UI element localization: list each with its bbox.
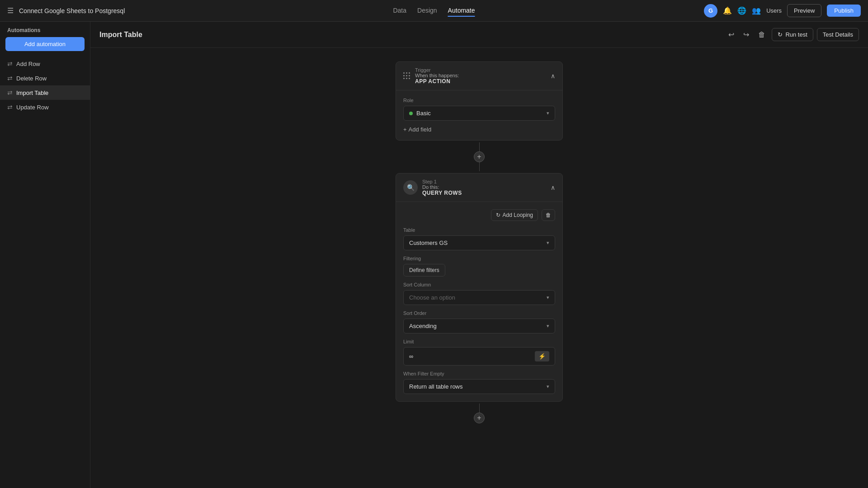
import-table-icon: ⇄ (7, 89, 13, 96)
tab-automate[interactable]: Automate (448, 5, 475, 17)
table-field-label: Table (403, 227, 555, 233)
trigger-card-body: Role Basic ▾ + Add field (396, 90, 562, 140)
sidebar-item-import-table[interactable]: ⇄ Import Table (0, 85, 90, 100)
tab-data[interactable]: Data (393, 5, 406, 17)
sidebar-item-delete-row[interactable]: ⇄ Delete Row (0, 71, 90, 85)
sort-order-chevron-icon: ▾ (547, 323, 549, 329)
delete-row-icon: ⇄ (7, 75, 13, 82)
limit-bolt-button[interactable]: ⚡ (535, 351, 549, 361)
sidebar-item-label: Update Row (16, 104, 49, 111)
filtering-field-label: Filtering (403, 256, 555, 261)
step1-card: 🔍 Step 1 Do this: QUERY ROWS ∧ ↻ Add Lo (396, 173, 563, 402)
sidebar-item-label: Delete Row (16, 75, 47, 82)
trigger-label: Trigger (415, 67, 459, 73)
nav-right: G 🔔 🌐 👥 Users Preview Publish (704, 4, 861, 18)
update-row-icon: ⇄ (7, 103, 13, 111)
role-select[interactable]: Basic ▾ (403, 106, 555, 121)
trigger-card: Trigger When this happens: APP ACTION ∧ … (396, 61, 563, 141)
delete-step-button[interactable]: 🗑 (542, 209, 555, 221)
users-label: Users (766, 7, 782, 14)
trigger-header-text: Trigger When this happens: APP ACTION (415, 67, 459, 84)
top-nav: ☰ Connect Google Sheets to Postgresql Da… (0, 0, 868, 22)
avatar: G (704, 4, 717, 18)
step1-sublabel: Do this: (422, 184, 462, 190)
add-automation-button[interactable]: Add automation (5, 37, 85, 51)
limit-value: ∞ (409, 353, 413, 360)
connector-1: + (474, 142, 485, 171)
step1-card-header: 🔍 Step 1 Do this: QUERY ROWS ∧ (396, 174, 562, 202)
step1-action-label: QUERY ROWS (422, 190, 462, 196)
sort-order-field-label: Sort Order (403, 310, 555, 316)
role-value: Basic (416, 110, 431, 117)
menu-icon[interactable]: ☰ (7, 6, 14, 15)
trigger-card-header-left: Trigger When this happens: APP ACTION (403, 67, 459, 84)
sort-order-select[interactable]: Ascending ▾ (403, 319, 555, 333)
tab-design[interactable]: Design (417, 5, 437, 17)
step1-collapse-button[interactable]: ∧ (551, 184, 555, 191)
canvas-area: Trigger When this happens: APP ACTION ∧ … (90, 48, 868, 488)
globe-icon[interactable]: 🌐 (737, 6, 746, 15)
sidebar-item-label: Add Row (16, 61, 40, 67)
add-step-button-1[interactable]: + (474, 151, 485, 162)
header-actions: ↩ ↪ 🗑 ↻ Run test Test Details (726, 28, 859, 41)
table-select[interactable]: Customers GS ▾ (403, 235, 555, 250)
main-layout: Automations Add automation ⇄ Add Row ⇄ D… (0, 22, 868, 488)
limit-field-label: Limit (403, 339, 555, 344)
when-filter-empty-select[interactable]: Return all table rows ▾ (403, 379, 555, 394)
publish-button[interactable]: Publish (827, 5, 861, 17)
test-details-button[interactable]: Test Details (817, 28, 859, 41)
app-title: Connect Google Sheets to Postgresql (19, 7, 704, 14)
sort-column-placeholder: Choose an option (409, 294, 455, 301)
drag-handle-icon (403, 72, 410, 80)
content-area: Import Table ↩ ↪ 🗑 ↻ Run test Test Detai… (90, 22, 868, 488)
users-icon[interactable]: 👥 (752, 6, 761, 15)
sort-column-field-label: Sort Column (403, 282, 555, 287)
add-field-plus-icon: + (403, 126, 407, 133)
connector-line-2 (479, 162, 480, 171)
undo-button[interactable]: ↩ (726, 28, 737, 41)
when-filter-empty-value: Return all table rows (409, 383, 463, 390)
step1-card-body: ↻ Add Looping 🗑 Table Customers GS ▾ Fil… (396, 202, 562, 401)
step1-search-icon: 🔍 (403, 180, 418, 195)
step1-label: Step 1 (422, 179, 462, 184)
sort-order-value: Ascending (409, 323, 437, 329)
sidebar-item-add-row[interactable]: ⇄ Add Row (0, 56, 90, 71)
limit-field[interactable]: ∞ ⚡ (403, 347, 555, 366)
delete-button[interactable]: 🗑 (755, 29, 768, 41)
trigger-action-label: APP ACTION (415, 78, 459, 84)
redo-button[interactable]: ↪ (741, 28, 752, 41)
when-filter-empty-chevron-icon: ▾ (547, 384, 549, 389)
trigger-sublabel: When this happens: (415, 73, 459, 78)
trigger-card-header: Trigger When this happens: APP ACTION ∧ (396, 62, 562, 90)
looping-icon: ↻ (496, 212, 500, 218)
add-field-button[interactable]: + Add field (403, 126, 431, 133)
notifications-icon[interactable]: 🔔 (723, 6, 732, 15)
role-field-label: Role (403, 98, 555, 103)
sort-column-select[interactable]: Choose an option ▾ (403, 290, 555, 305)
trigger-collapse-button[interactable]: ∧ (551, 72, 555, 80)
step1-actions: ↻ Add Looping 🗑 (403, 209, 555, 221)
table-chevron-icon: ▾ (547, 240, 549, 246)
run-test-icon: ↻ (778, 31, 783, 38)
add-looping-button[interactable]: ↻ Add Looping (491, 209, 538, 221)
content-header: Import Table ↩ ↪ 🗑 ↻ Run test Test Detai… (90, 22, 868, 48)
connector-line-3 (479, 404, 480, 413)
step1-header-left: 🔍 Step 1 Do this: QUERY ROWS (403, 179, 462, 196)
preview-button[interactable]: Preview (787, 4, 821, 17)
sidebar-item-update-row[interactable]: ⇄ Update Row (0, 100, 90, 114)
sidebar: Automations Add automation ⇄ Add Row ⇄ D… (0, 22, 90, 488)
nav-tabs: Data Design Automate (393, 5, 475, 17)
role-chevron-icon: ▾ (547, 110, 549, 116)
run-test-button[interactable]: ↻ Run test (772, 28, 813, 41)
add-row-icon: ⇄ (7, 60, 13, 67)
page-title: Import Table (99, 31, 142, 39)
connector-line (479, 142, 480, 151)
define-filters-button[interactable]: Define filters (403, 264, 445, 277)
sidebar-section-label: Automations (0, 22, 90, 37)
step1-header-text: Step 1 Do this: QUERY ROWS (422, 179, 462, 196)
sort-column-chevron-icon: ▾ (547, 295, 549, 300)
add-step-button-2[interactable]: + (474, 413, 485, 423)
when-filter-empty-field-label: When Filter Empty (403, 371, 555, 376)
role-status-dot (409, 112, 413, 115)
bottom-connector: + (474, 404, 485, 423)
